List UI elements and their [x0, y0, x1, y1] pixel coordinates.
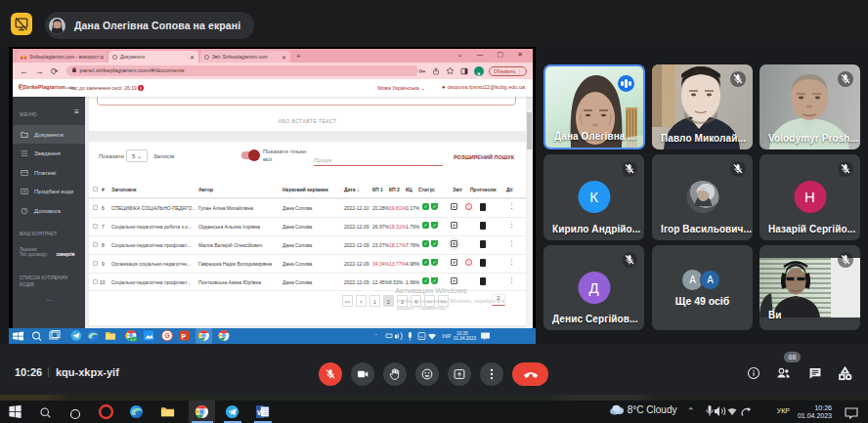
svg-text:P: P: [182, 333, 187, 340]
svg-text:01.04.2023: 01.04.2023: [454, 336, 476, 341]
svg-text:⌃: ⌃: [374, 333, 378, 338]
svg-text:ru: ru: [419, 334, 423, 339]
svg-text:✓: ✓: [133, 337, 136, 342]
svg-text:W: W: [257, 408, 265, 417]
svg-text:G: G: [165, 332, 171, 339]
svg-text:УКР: УКР: [442, 333, 452, 339]
svg-text:10:25: 10:25: [456, 331, 468, 336]
svg-text:?: ?: [23, 208, 26, 213]
